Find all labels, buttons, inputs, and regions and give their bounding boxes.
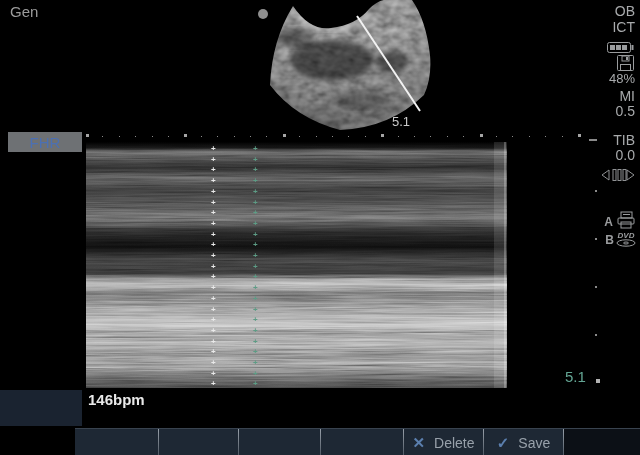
dvd-icon: DVD [616, 232, 636, 247]
print-a-indicator: A [604, 211, 636, 232]
delete-button-label: Delete [434, 435, 474, 451]
toolbar-separator [238, 429, 239, 455]
cursor-dot: + [211, 209, 216, 217]
cursor-dot: + [253, 156, 258, 164]
cursor-dot: + [253, 241, 258, 249]
cursor-dot: + [211, 359, 216, 367]
time-tick [398, 136, 399, 137]
time-tick [430, 136, 431, 137]
time-tick [283, 134, 286, 137]
toolbar-end-panel [564, 429, 640, 455]
cursor-dot: + [211, 370, 216, 378]
cursor-dot: + [211, 199, 216, 207]
cursor-dot: + [253, 284, 258, 292]
print-b-indicator: B DVD [605, 232, 636, 247]
time-tick [332, 136, 333, 137]
time-tick [250, 136, 251, 137]
mi-label: MI [619, 89, 635, 103]
ultrasound-screen: Gen [0, 0, 640, 455]
time-tick [463, 136, 464, 137]
cursor-dot: + [211, 348, 216, 356]
cursor-dot: + [211, 188, 216, 196]
probe-label: ICT [612, 20, 635, 34]
cursor-dot: + [253, 188, 258, 196]
cursor-dot: + [253, 145, 258, 153]
tib-value: 0.0 [616, 148, 635, 162]
time-tick [578, 134, 581, 137]
time-tick [529, 136, 530, 137]
mmode-trace [86, 142, 507, 388]
time-tick [135, 136, 136, 137]
time-tick [168, 136, 169, 137]
cursor-dot: + [253, 380, 258, 388]
time-tick [496, 136, 497, 137]
tib-label: TIB [613, 133, 635, 147]
bottom-left-panel [0, 390, 82, 426]
cursor-dot: + [211, 295, 216, 303]
delete-button[interactable]: ✕ Delete [404, 429, 483, 455]
mmode-trace-graphic [86, 142, 507, 388]
cursor-dot: + [211, 316, 216, 324]
cursor-dot: + [211, 284, 216, 292]
time-tick [545, 136, 546, 137]
time-tick [512, 136, 513, 137]
save-button[interactable]: ✓ Save [484, 429, 563, 455]
time-tick [152, 136, 153, 137]
preset-label: Gen [10, 3, 38, 20]
depth-tick-dash [589, 139, 597, 141]
time-tick [480, 134, 483, 137]
mi-value: 0.5 [616, 104, 635, 118]
time-tick [86, 134, 89, 137]
mmode-depth-value: 5.1 [565, 368, 586, 385]
cursor-dot: + [211, 177, 216, 185]
cursor-dot: + [211, 338, 216, 346]
time-tick [102, 136, 103, 137]
mode-tab-label: FHR [30, 134, 61, 151]
cursor-dot: + [253, 263, 258, 271]
cursor-dot: + [253, 348, 258, 356]
time-tick [217, 136, 218, 137]
orientation-marker-dot [258, 9, 268, 19]
depth-tick [595, 334, 597, 336]
mmode-cursor-green[interactable]: +++++++++++++++++++++++ [253, 145, 259, 391]
time-tick [562, 136, 563, 137]
bottom-toolbar: ✕ Delete ✓ Save [75, 428, 640, 455]
dvd-icon-label: DVD [618, 232, 635, 239]
printer-icon [616, 211, 636, 232]
time-tick [316, 136, 317, 137]
time-tick [234, 136, 235, 137]
time-tick [266, 136, 267, 137]
cursor-dot: + [211, 263, 216, 271]
time-tick [381, 134, 384, 137]
toolbar-separator [563, 429, 564, 455]
cursor-dot: + [211, 231, 216, 239]
toolbar-separator [320, 429, 321, 455]
depth-tick [595, 238, 597, 240]
cursor-dot: + [253, 338, 258, 346]
cursor-dot: + [253, 177, 258, 185]
save-button-label: Save [518, 435, 550, 451]
depth-tick [595, 190, 597, 192]
cursor-dot: + [211, 380, 216, 388]
time-tick [184, 134, 187, 137]
time-tick [414, 136, 415, 137]
depth-tick-major [596, 379, 600, 383]
delete-x-icon: ✕ [412, 434, 425, 452]
time-tick [201, 136, 202, 137]
exam-type-label: OB [615, 4, 635, 18]
mmode-cursor-white[interactable]: +++++++++++++++++++++++ [211, 145, 217, 391]
cursor-dot: + [253, 252, 258, 260]
cursor-dot: + [253, 359, 258, 367]
storage-percent: 48% [609, 72, 635, 86]
cursor-dot: + [253, 306, 258, 314]
cursor-dot: + [253, 166, 258, 174]
mode-tab-fhr[interactable]: FHR [8, 132, 82, 152]
cursor-dot: + [211, 327, 216, 335]
cursor-dot: + [253, 231, 258, 239]
trackball-speed-icon [600, 168, 636, 186]
cursor-dot: + [211, 166, 216, 174]
time-tick [365, 136, 366, 137]
cursor-dot: + [253, 327, 258, 335]
time-tick [119, 136, 120, 137]
sector-depth-value: 5.1 [392, 114, 410, 129]
